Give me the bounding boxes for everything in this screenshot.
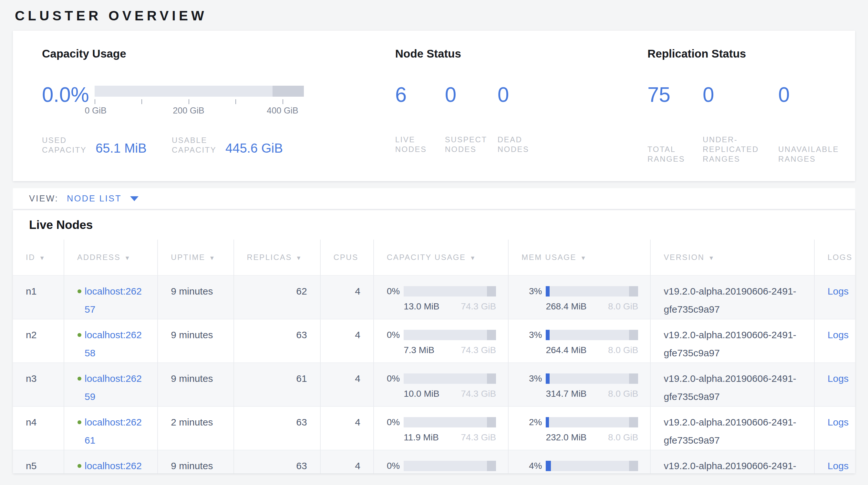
logs-link[interactable]: Logs [828, 460, 848, 471]
mem-usage-bar [546, 373, 638, 384]
capacity-usage-bar [404, 461, 496, 471]
mem-reserved-segment [629, 417, 639, 427]
version-cell: v19.2.0-alpha.20190606-2491-gfe735c9a97 [650, 450, 814, 473]
mem-reserved-segment [629, 330, 639, 340]
sort-descending-icon: ▼ [124, 255, 131, 261]
total-ranges-label: TOTAL RANGES [647, 145, 693, 164]
column-header-label: CPUS [334, 253, 359, 262]
live-nodes-table-body: n1 localhost:26257 9 minutes 62 4 0% 13. [13, 276, 855, 473]
used-capacity-value: 65.1 MiB [96, 141, 147, 155]
capacity-gauge-bar [95, 86, 304, 97]
view-label: VIEW: [29, 194, 58, 204]
capacity-used-value: 10.0 MiB [404, 388, 439, 399]
mem-total-value: 8.0 GiB [608, 345, 638, 356]
capacity-percent-label: 0% [387, 417, 400, 427]
capacity-usage-bar [404, 417, 496, 427]
column-header-replicas[interactable]: REPLICAS▼ [234, 239, 320, 276]
mem-usage-cell: 4% 329.6 MiB 8.0 GiB [508, 450, 650, 473]
version-text: v19.2.0-alpha.20190606-2491-gfe735c9a97 [663, 370, 799, 406]
live-nodes-title: Live Nodes [13, 218, 855, 232]
cluster-summary-panel: Capacity Usage 0.0% 0 GiB 200 GiB 400 Gi… [13, 31, 855, 181]
version-cell: v19.2.0-alpha.20190606-2491-gfe735c9a97 [650, 406, 814, 450]
live-nodes-label: LIVE NODES [395, 135, 437, 154]
node-list-dropdown-value: NODE LIST [67, 194, 122, 204]
live-status-dot-icon [78, 464, 82, 468]
capacity-usage-title: Capacity Usage [42, 47, 395, 60]
address-link[interactable]: localhost:26259 [85, 370, 146, 406]
table-header-row: ID▼ADDRESS▼UPTIME▼REPLICAS▼CPUSCAPACITY … [13, 239, 855, 276]
table-row: n3 localhost:26259 9 minutes 61 4 0% 10. [13, 363, 855, 406]
mem-total-value: 8.0 GiB [608, 432, 638, 443]
address-link[interactable]: localhost:26257 [85, 282, 146, 318]
mem-fill-segment [546, 373, 550, 384]
capacity-reserved-segment [487, 330, 496, 340]
axis-label-400gib: 400 GiB [267, 106, 299, 116]
version-cell: v19.2.0-alpha.20190606-2491-gfe735c9a97 [650, 363, 814, 406]
column-header-address[interactable]: ADDRESS▼ [64, 239, 158, 276]
column-header-id[interactable]: ID▼ [13, 239, 64, 276]
capacity-total-value: 74.3 GiB [461, 432, 496, 443]
capacity-usage-bar [404, 373, 496, 384]
sort-descending-icon: ▼ [209, 255, 216, 261]
capacity-total-value: 74.3 GiB [461, 345, 496, 356]
mem-reserved-segment [629, 373, 639, 384]
column-header-label: REPLICAS [247, 253, 292, 262]
unavailable-ranges-label: UNAVAILABLE RANGES [778, 145, 839, 164]
logs-link[interactable]: Logs [828, 417, 848, 427]
live-status-dot-icon [78, 420, 82, 424]
suspect-nodes-count: 0 [445, 83, 498, 106]
page-title: CLUSTER OVERVIEW [0, 0, 868, 24]
cpus-cell: 4 [320, 276, 374, 319]
column-header-uptime[interactable]: UPTIME▼ [158, 239, 234, 276]
mem-usage-cell: 3% 268.4 MiB 8.0 GiB [508, 276, 650, 319]
mem-used-value: 314.7 MiB [546, 388, 586, 399]
node-list-dropdown[interactable]: NODE LIST [67, 194, 138, 204]
mem-usage-bar [546, 330, 638, 340]
table-row: n2 localhost:26258 9 minutes 63 4 0% 7.3 [13, 319, 855, 363]
capacity-reserved-segment [487, 417, 496, 427]
live-status-dot-icon [78, 289, 82, 293]
capacity-gauge: 0 GiB 200 GiB 400 GiB [95, 83, 304, 117]
mem-percent-label: 2% [529, 417, 542, 427]
dead-nodes-label: DEAD NODES [498, 135, 546, 154]
address-link[interactable]: localhost:26258 [85, 326, 146, 362]
cpus-cell: 4 [320, 406, 374, 450]
mem-used-value: 264.4 MiB [546, 345, 586, 356]
mem-usage-cell: 2% 232.0 MiB 8.0 GiB [508, 406, 650, 450]
column-header-logs: LOGS [814, 239, 855, 276]
axis-label-200gib: 200 GiB [173, 106, 205, 116]
capacity-usage-cell: 0% 13.0 MiB 74.3 GiB [374, 276, 508, 319]
logs-link[interactable]: Logs [828, 373, 848, 384]
column-header-capacity-usage[interactable]: CAPACITY USAGE▼ [374, 239, 508, 276]
node-id-cell: n1 [13, 276, 64, 319]
address-link[interactable]: localhost:26261 [85, 413, 146, 450]
mem-reserved-segment [629, 286, 639, 296]
column-header-label: MEM USAGE [522, 253, 577, 262]
mem-fill-segment [546, 330, 550, 340]
column-header-version[interactable]: VERSION▼ [650, 239, 814, 276]
capacity-reserved-segment [487, 286, 496, 296]
cpus-cell: 4 [320, 319, 374, 363]
address-cell: localhost:26258 [64, 319, 158, 363]
logs-cell: Logs [814, 363, 855, 406]
node-id-cell: n2 [13, 319, 64, 363]
capacity-usage-bar [404, 286, 496, 296]
chevron-down-icon [130, 196, 138, 201]
used-capacity-stat: USED CAPACITY 65.1 MiB [42, 136, 172, 155]
usable-capacity-value: 445.6 GiB [225, 141, 283, 155]
capacity-usage-cell: 0% 12.4 MiB 74.3 GiB [374, 450, 508, 473]
column-header-cpus: CPUS [320, 239, 374, 276]
sort-descending-icon: ▼ [296, 255, 302, 261]
column-header-mem-usage[interactable]: MEM USAGE▼ [508, 239, 650, 276]
mem-usage-bar [546, 417, 638, 427]
dead-nodes-count: 0 [498, 83, 647, 106]
capacity-percent-label: 0% [387, 461, 400, 471]
capacity-reserved-segment [487, 461, 496, 471]
logs-link[interactable]: Logs [828, 286, 848, 296]
mem-percent-label: 3% [529, 330, 542, 340]
cpus-cell: 4 [320, 450, 374, 473]
logs-cell: Logs [814, 450, 855, 473]
used-capacity-label: USED CAPACITY [42, 136, 91, 155]
address-link[interactable]: localhost:26262 [85, 457, 146, 473]
logs-link[interactable]: Logs [828, 330, 848, 340]
